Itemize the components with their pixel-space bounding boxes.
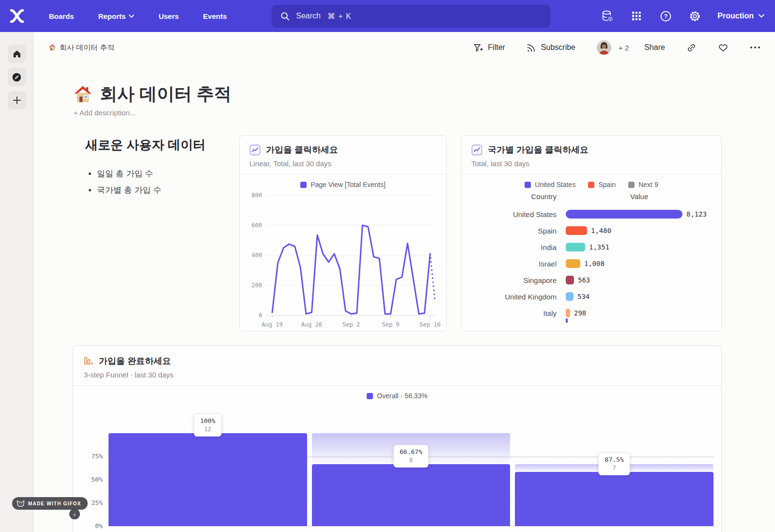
- country-value: 563: [578, 276, 590, 284]
- svg-text:0: 0: [259, 312, 262, 319]
- country-bar[interactable]: [566, 243, 585, 251]
- country-bar[interactable]: [566, 259, 580, 268]
- legend-swatch: [300, 182, 307, 188]
- gifox-label: MADE WITH GIFOX: [28, 501, 81, 506]
- nav-item-reports[interactable]: Reports: [86, 12, 147, 20]
- conversion-rate: 87.5%: [605, 456, 624, 463]
- legend-item[interactable]: Next 9: [628, 181, 658, 188]
- country-row: India 1,351: [471, 239, 712, 255]
- country-value: 534: [577, 293, 589, 300]
- search-input[interactable]: Search ⌘ + K: [272, 5, 550, 28]
- funnel-bar[interactable]: [312, 464, 511, 526]
- funnel-bar[interactable]: [515, 472, 713, 526]
- text-widget-bullet: 국가별 총 가입 수: [97, 185, 231, 196]
- country-label: Israel: [471, 260, 557, 268]
- legend-item-overall[interactable]: Overall · 58.33%: [367, 392, 427, 400]
- country-bar[interactable]: [566, 292, 574, 301]
- report-subtitle: Linear, Total, last 30 days: [249, 159, 436, 168]
- home-button[interactable]: [8, 45, 26, 63]
- heart-icon: [718, 43, 728, 52]
- line-chart-plot[interactable]: 0200400600800Aug 19Aug 26Sep 2Sep 9Sep 1…: [245, 189, 441, 335]
- search-label: Search: [296, 12, 321, 20]
- report-title[interactable]: 가입을 완료하세요: [99, 355, 171, 367]
- funnel-ytick: 50%: [83, 476, 103, 483]
- board-header: 회사 데이터 추적 Filter Subscribe: [34, 32, 775, 63]
- text-widget-heading: 새로운 사용자 데이터: [85, 137, 231, 154]
- conversion-count: 8: [400, 457, 422, 464]
- funnel-tooltip: 100% 12: [194, 414, 221, 437]
- data-management-icon[interactable]: [601, 10, 614, 22]
- clipped-next-row-bar: [566, 318, 568, 323]
- nav-item-events[interactable]: Events: [191, 12, 239, 20]
- top-nav: Boards Reports Users Events Search ⌘ + K: [0, 0, 775, 32]
- svg-text:800: 800: [251, 192, 262, 199]
- conversion-count: 7: [605, 465, 624, 471]
- legend-item[interactable]: United States: [525, 181, 575, 188]
- mixpanel-logo-icon[interactable]: [9, 8, 25, 24]
- nav-item-users[interactable]: Users: [146, 12, 191, 20]
- carousel-prev-button[interactable]: ‹: [69, 509, 80, 519]
- country-bar[interactable]: [566, 276, 574, 284]
- add-button[interactable]: [8, 91, 26, 110]
- legend-swatch: [588, 182, 594, 188]
- report-subtitle: 3-step Funnel · last 30 days: [84, 371, 711, 379]
- project-switcher[interactable]: Prouction: [717, 12, 764, 20]
- more-options-button[interactable]: [739, 46, 760, 49]
- svg-text:Sep 2: Sep 2: [342, 321, 360, 328]
- discover-button[interactable]: [8, 68, 26, 86]
- add-description-button[interactable]: + Add description...: [74, 109, 136, 117]
- avatar: [597, 40, 611, 55]
- country-value: 1,351: [589, 243, 609, 251]
- funnel-bar[interactable]: [108, 433, 307, 526]
- house-emoji-icon: [48, 44, 56, 51]
- subscribe-button[interactable]: Subscribe: [516, 43, 586, 52]
- svg-text:Aug 19: Aug 19: [262, 321, 282, 328]
- svg-text:Sep 9: Sep 9: [382, 321, 399, 328]
- apps-grid-icon[interactable]: [630, 10, 643, 22]
- country-row: United Kingdom 534: [471, 288, 712, 305]
- country-row: Singapore 563: [471, 272, 712, 288]
- country-bar[interactable]: [566, 309, 570, 317]
- ellipsis-icon: [750, 46, 760, 49]
- breadcrumb-label: 회사 데이터 추적: [60, 43, 114, 52]
- country-label: Singapore: [471, 276, 557, 284]
- report-title[interactable]: 국가별 가입을 클릭하세요: [488, 144, 589, 156]
- legend-label: Next 9: [638, 181, 658, 188]
- report-title[interactable]: 가입을 클릭하세요: [266, 144, 338, 156]
- filter-button[interactable]: Filter: [463, 43, 516, 52]
- legend-label: Spain: [598, 181, 616, 188]
- left-rail: [0, 32, 34, 532]
- home-icon: [12, 49, 22, 59]
- legend-swatch: [628, 182, 635, 188]
- compass-icon: [12, 72, 22, 82]
- svg-text:?: ?: [664, 13, 668, 19]
- settings-gear-icon[interactable]: [688, 10, 701, 22]
- favorite-button[interactable]: [707, 43, 739, 52]
- conversion-rate: 66.67%: [400, 448, 422, 455]
- svg-text:Sep 16: Sep 16: [419, 321, 440, 328]
- country-bar[interactable]: [566, 226, 587, 235]
- country-bar[interactable]: [566, 210, 682, 219]
- house-emoji-icon: [73, 84, 93, 105]
- collaborators[interactable]: + 2: [586, 40, 634, 55]
- share-button[interactable]: Share: [634, 43, 676, 52]
- nav-item-boards[interactable]: Boards: [37, 12, 86, 20]
- country-value: 1,480: [591, 227, 611, 235]
- line-chart-icon: [471, 144, 482, 156]
- country-value: 1,008: [584, 260, 604, 267]
- help-icon[interactable]: ?: [659, 10, 672, 22]
- legend-item-page-view[interactable]: Page View [Total Events]: [300, 181, 386, 188]
- legend-label: Page View [Total Events]: [310, 181, 386, 188]
- breadcrumb[interactable]: 회사 데이터 추적: [48, 43, 114, 52]
- funnel-step: 66.67% 8: [312, 433, 511, 526]
- filter-label: Filter: [488, 43, 505, 52]
- column-header-country[interactable]: Country: [471, 192, 557, 201]
- svg-text:200: 200: [251, 282, 262, 289]
- copy-link-button[interactable]: [676, 43, 707, 53]
- column-header-value[interactable]: Value: [630, 192, 648, 201]
- country-bar-card: 국가별 가입을 클릭하세요 Total, last 30 days United…: [461, 135, 722, 331]
- link-icon: [686, 43, 697, 53]
- funnel-plot[interactable]: 75%50%25%0% 100% 12 66.67% 8 87.5% 7: [108, 433, 713, 526]
- legend-item[interactable]: Spain: [588, 181, 616, 188]
- funnel-ytick: 75%: [83, 453, 103, 460]
